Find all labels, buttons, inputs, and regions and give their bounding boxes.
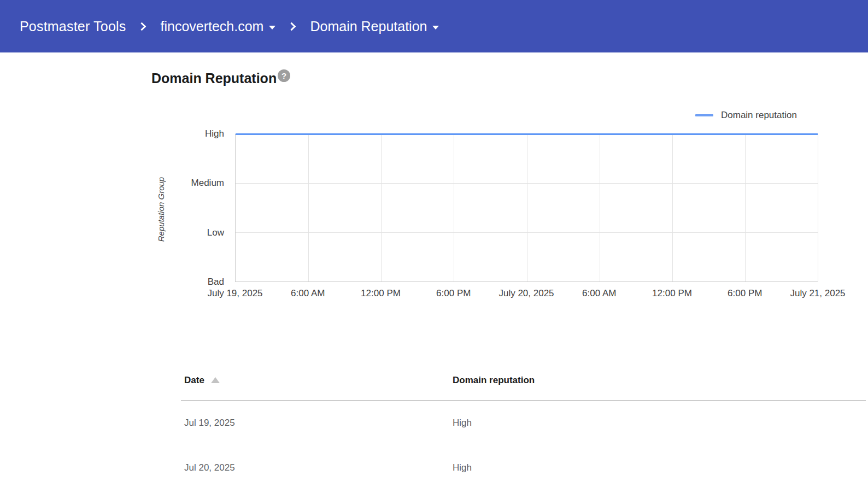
page-title: Domain Reputation [151,71,277,86]
x-axis-tick-label: July 19, 2025 [207,288,262,299]
column-header-date[interactable]: Date [184,375,453,386]
chevron-right-icon [138,22,146,31]
column-header-domain-reputation[interactable]: Domain reputation [453,375,866,386]
x-axis-tick-label: 6:00 AM [291,288,325,299]
reputation-cell: High [453,462,866,473]
table-header-row: Date Domain reputation [181,375,866,401]
vertical-gridline [600,134,600,281]
table-row: Jul 19, 2025 High [181,401,866,445]
table-row: Jul 20, 2025 High [181,445,866,487]
column-header-date-label: Date [184,375,204,386]
y-axis-tick-labels: HighMediumLowBad [164,134,224,282]
y-axis-tick-label: Low [207,227,224,238]
domain-selector-dropdown[interactable]: fincovertech.com [160,19,275,34]
chart-legend: Domain reputation [695,110,797,121]
sort-ascending-icon [211,377,220,383]
vertical-gridline [745,134,746,281]
column-header-domain-reputation-label: Domain reputation [453,375,535,386]
vertical-gridline [381,134,382,281]
top-nav-bar: Postmaster Tools fincovertech.com Domain… [0,0,868,52]
horizontal-gridline [236,232,818,233]
x-axis-tick-label: July 20, 2025 [498,288,554,299]
caret-down-icon [269,26,275,30]
y-axis-tick-label: High [205,128,224,139]
report-selector-label: Domain Reputation [310,19,427,34]
vertical-gridline [527,134,527,281]
x-axis-tick-label: 12:00 PM [652,288,692,299]
app-title-link[interactable]: Postmaster Tools [20,19,126,34]
date-cell: Jul 20, 2025 [184,462,453,473]
domain-selector-label: fincovertech.com [160,19,263,34]
y-axis-tick-label: Bad [208,277,224,287]
help-icon[interactable]: ? [278,69,290,82]
date-cell: Jul 19, 2025 [184,418,453,429]
x-axis-tick-label: 6:00 AM [582,288,616,299]
y-axis-tick-label: Medium [191,178,224,189]
x-axis-tick-labels: July 19, 20256:00 AM12:00 PM6:00 PMJuly … [235,288,818,300]
x-axis-tick-label: July 21, 2025 [790,288,845,299]
x-axis-tick-label: 6:00 PM [436,288,471,299]
postmaster-tools-screen: Postmaster Tools fincovertech.com Domain… [0,0,868,487]
caret-down-icon [432,26,439,30]
chart-plot-area [235,134,818,282]
x-axis-tick-label: 12:00 PM [361,288,401,299]
table-body: Jul 19, 2025 High Jul 20, 2025 High [181,401,866,487]
vertical-gridline [454,134,454,281]
reputation-table: Date Domain reputation Jul 19, 2025 High… [181,375,866,487]
legend-line-swatch [695,114,713,116]
horizontal-gridline [236,183,818,184]
x-axis-tick-label: 6:00 PM [728,288,762,299]
vertical-gridline [672,134,673,281]
vertical-gridline [308,134,309,281]
report-selector-dropdown[interactable]: Domain Reputation [310,19,439,34]
domain-reputation-series-line [236,133,818,135]
reputation-cell: High [453,418,866,429]
legend-label: Domain reputation [721,110,797,121]
chevron-right-icon [288,22,296,31]
vertical-gridline [818,134,818,281]
page-title-row: Domain Reputation ? [151,71,290,86]
